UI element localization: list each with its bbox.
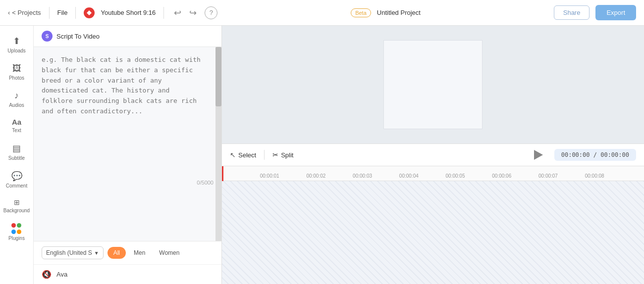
sidebar-item-subtitle[interactable]: ▤ Subtitle (3, 139, 31, 165)
play-icon (534, 150, 543, 160)
play-button[interactable] (531, 147, 546, 163)
sidebar-item-photos[interactable]: 🖼 Photos (3, 59, 31, 85)
language-value: English (United S (46, 249, 92, 256)
time-display: 00:00:00 / 00:00:00 (554, 149, 636, 161)
script-logo: S (42, 31, 53, 42)
filter-women-button[interactable]: Women (153, 247, 185, 259)
ruler-mark: 00:00:03 (353, 173, 372, 179)
ruler-mark: 00:00:07 (538, 173, 558, 179)
timeline-track[interactable]: 00:00:0100:00:0200:00:0300:00:0400:00:05… (222, 166, 644, 284)
ruler-mark: 00:00:05 (446, 173, 465, 179)
char-count: 0/5000 (34, 178, 221, 189)
script-title: Script To Video (56, 33, 100, 40)
topbar: ‹ < Projects File Youtube Short 9:16 ↩ ↪… (0, 0, 644, 26)
sidebar-item-text[interactable]: Aa Text (3, 114, 31, 137)
topbar-divider-1 (49, 7, 50, 19)
comment-icon: 💬 (11, 171, 22, 182)
chevron-down-icon: ▼ (94, 250, 99, 256)
voice-name-label: Ava (56, 271, 67, 278)
ruler-mark: 00:00:01 (260, 173, 279, 179)
language-selector[interactable]: English (United S ▼ (42, 246, 104, 259)
script-textarea[interactable] (34, 47, 212, 176)
project-format-label: Youtube Short 9:16 (101, 9, 156, 16)
sidebar-item-plugins[interactable]: Plugins (3, 219, 31, 245)
export-button[interactable]: Export (595, 5, 636, 20)
topbar-divider-2 (75, 7, 76, 19)
voice-item-ava: 🔇 Ava (34, 264, 221, 284)
select-label: Select (238, 151, 256, 159)
timeline-hatch-area (222, 181, 644, 284)
subtitle-icon: ▤ (12, 143, 21, 154)
photos-icon: 🖼 (12, 63, 21, 74)
text-label: Text (12, 128, 21, 133)
audios-icon: ♪ (14, 91, 19, 101)
project-title: Untitled Project (377, 9, 421, 16)
split-icon: ✂ (272, 151, 278, 159)
help-button[interactable]: ? (205, 6, 217, 19)
mute-button[interactable]: 🔇 (42, 270, 52, 279)
background-icon: ⊞ (14, 198, 20, 206)
ruler-mark: 00:00:02 (306, 173, 325, 179)
undo-redo-group: ↩ ↪ (172, 6, 199, 19)
cursor-icon: ↖ (230, 151, 236, 159)
select-tool[interactable]: ↖ Select (230, 151, 256, 159)
scrollbar-thumb[interactable] (215, 47, 221, 106)
canvas-preview-box (383, 40, 483, 129)
back-arrow-icon: ‹ (8, 9, 10, 16)
sidebar-item-background[interactable]: ⊞ Background (3, 194, 31, 217)
sidebar: ⬆ Uploads 🖼 Photos ♪ Audios Aa Text ▤ Su… (0, 26, 34, 284)
plugins-label: Plugins (8, 236, 25, 241)
script-header: S Script To Video (34, 26, 221, 47)
main-area: ⬆ Uploads 🖼 Photos ♪ Audios Aa Text ▤ Su… (0, 26, 644, 284)
topbar-divider-3 (163, 7, 164, 19)
audios-label: Audios (9, 102, 24, 108)
timeline-controls: ↖ Select ✂ Split 00:00:00 / 00:00:00 (222, 143, 644, 166)
photos-label: Photos (9, 75, 24, 81)
sidebar-item-audios[interactable]: ♪ Audios (3, 87, 31, 112)
script-scroll-area[interactable]: 0/5000 (34, 47, 221, 241)
script-panel: S Script To Video 0/5000 English (United… (34, 26, 222, 284)
timeline-ruler: 00:00:0100:00:0200:00:0300:00:0400:00:05… (222, 166, 644, 181)
ruler-mark: 00:00:06 (492, 173, 511, 179)
file-menu[interactable]: File (57, 9, 68, 16)
canvas-preview (222, 26, 644, 143)
uploads-label: Uploads (7, 48, 26, 53)
canvas-area: ↖ Select ✂ Split 00:00:00 / 00:00:00 00:… (222, 26, 644, 284)
share-button[interactable]: Share (554, 5, 590, 20)
script-logo-letter: S (46, 34, 49, 39)
uploads-icon: ⬆ (13, 36, 20, 47)
filter-men-button[interactable]: Men (128, 247, 151, 259)
background-label: Background (3, 208, 30, 213)
filter-all-button[interactable]: All (107, 247, 126, 259)
undo-button[interactable]: ↩ (172, 6, 183, 19)
split-tool[interactable]: ✂ Split (272, 151, 293, 159)
text-icon: Aa (12, 118, 21, 126)
voice-filter-group: All Men Women (107, 247, 186, 259)
back-to-projects[interactable]: ‹ < Projects (8, 9, 41, 16)
beta-badge: Beta (351, 8, 371, 17)
ruler-mark: 00:00:08 (585, 173, 604, 179)
voice-language-bar: English (United S ▼ All Men Women (34, 241, 221, 264)
comment-label: Comment (6, 183, 27, 189)
scrollbar-track[interactable] (215, 47, 221, 241)
subtitle-label: Subtitle (8, 155, 25, 161)
app-logo (84, 7, 95, 18)
redo-button[interactable]: ↪ (187, 6, 199, 19)
ruler-mark: 00:00:04 (399, 173, 419, 179)
sidebar-item-uploads[interactable]: ⬆ Uploads (3, 32, 31, 57)
sidebar-item-comment[interactable]: 💬 Comment (3, 167, 31, 192)
split-label: Split (281, 151, 293, 159)
projects-label: < Projects (12, 9, 41, 16)
plugins-icon (11, 223, 22, 234)
tool-divider (264, 150, 265, 160)
